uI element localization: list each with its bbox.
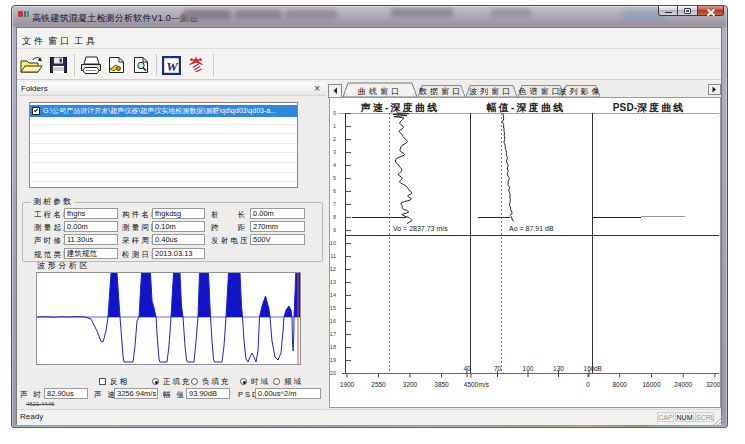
- svg-text:6: 6: [333, 188, 336, 194]
- svg-text:19: 19: [330, 357, 336, 363]
- svg-text:18: 18: [330, 344, 336, 350]
- svg-text:17: 17: [330, 331, 336, 337]
- svg-text:20: 20: [330, 370, 336, 376]
- svg-text:PSD-深度曲线: PSD-深度曲线: [613, 102, 686, 113]
- svg-text:24000: 24000: [674, 381, 692, 388]
- svg-text:7: 7: [333, 201, 336, 207]
- svg-text:4: 4: [333, 162, 336, 168]
- svg-text:波列影像: 波列影像: [559, 87, 603, 96]
- svg-text:8: 8: [333, 214, 336, 220]
- svg-text:Vo = 2837.73 m/s: Vo = 2837.73 m/s: [393, 225, 448, 232]
- svg-text:16: 16: [330, 318, 336, 324]
- svg-text:2550: 2550: [371, 381, 386, 388]
- svg-text:16000: 16000: [642, 381, 660, 388]
- svg-text:100: 100: [523, 365, 534, 372]
- svg-text:3850: 3850: [434, 381, 449, 388]
- svg-text:15: 15: [330, 305, 336, 311]
- svg-text:13: 13: [330, 279, 336, 285]
- svg-text:数据窗口: 数据窗口: [419, 87, 463, 96]
- svg-text:12: 12: [330, 266, 336, 272]
- svg-text:70: 70: [494, 365, 502, 372]
- svg-text:曲线窗口: 曲线窗口: [358, 87, 402, 96]
- svg-text:m/s: m/s: [479, 381, 490, 388]
- svg-text:3: 3: [333, 149, 336, 155]
- svg-text:波列窗口: 波列窗口: [469, 87, 513, 96]
- svg-text:1900: 1900: [340, 381, 355, 388]
- svg-text:3200: 3200: [403, 381, 418, 388]
- svg-text:130: 130: [553, 365, 564, 372]
- svg-text:1: 1: [333, 123, 336, 129]
- svg-text:Ao = 87.91 dB: Ao = 87.91 dB: [509, 225, 554, 232]
- svg-text:dB: dB: [594, 365, 602, 372]
- svg-text:11: 11: [330, 253, 336, 259]
- svg-text:2: 2: [333, 136, 336, 142]
- svg-text:声速-深度曲线: 声速-深度曲线: [360, 102, 440, 113]
- svg-text:14: 14: [330, 292, 336, 298]
- svg-text:4500: 4500: [464, 381, 479, 388]
- svg-text:0: 0: [333, 110, 336, 116]
- svg-text:9: 9: [333, 227, 336, 233]
- svg-text:5: 5: [333, 175, 336, 181]
- svg-text:8000: 8000: [612, 381, 627, 388]
- svg-text:W: W: [166, 59, 179, 74]
- svg-text:色谱窗口: 色谱窗口: [518, 87, 563, 96]
- svg-text:10: 10: [330, 240, 336, 246]
- svg-text:40: 40: [463, 365, 471, 372]
- svg-text:0: 0: [586, 381, 590, 388]
- svg-text:32000: 32000: [706, 381, 720, 388]
- svg-text:幅值-深度曲线: 幅值-深度曲线: [486, 102, 566, 113]
